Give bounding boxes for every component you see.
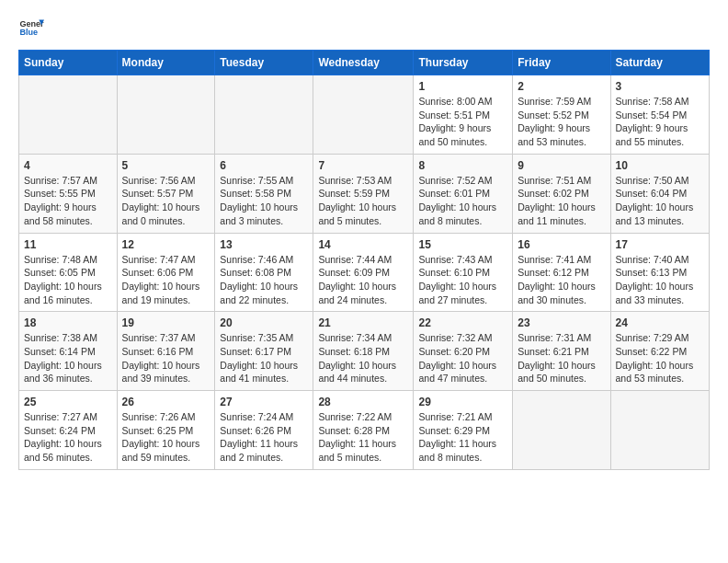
day-number: 16: [518, 238, 605, 251]
week-row-1: 1Sunrise: 8:00 AM Sunset: 5:51 PM Daylig…: [19, 75, 710, 155]
calendar-cell: [215, 75, 313, 155]
day-info: Sunrise: 7:27 AM Sunset: 6:24 PM Dayligh…: [24, 410, 112, 465]
day-info: Sunrise: 7:26 AM Sunset: 6:25 PM Dayligh…: [122, 410, 210, 465]
day-header-tuesday: Tuesday: [215, 51, 313, 75]
day-info: Sunrise: 7:37 AM Sunset: 6:16 PM Dayligh…: [122, 331, 210, 385]
day-number: 13: [220, 238, 308, 251]
logo: General Blue: [18, 15, 44, 40]
day-number: 22: [418, 316, 507, 329]
calendar-cell: 26Sunrise: 7:26 AM Sunset: 6:25 PM Dayli…: [117, 391, 215, 470]
day-number: 27: [220, 396, 308, 408]
calendar-cell: 28Sunrise: 7:22 AM Sunset: 6:28 PM Dayli…: [313, 391, 414, 470]
calendar-cell: 11Sunrise: 7:48 AM Sunset: 6:05 PM Dayli…: [19, 233, 118, 312]
day-number: 17: [616, 238, 705, 251]
calendar-cell: [117, 75, 215, 155]
logo-icon: General Blue: [18, 15, 44, 40]
day-number: 19: [122, 316, 210, 329]
day-header-thursday: Thursday: [414, 51, 513, 75]
day-number: 9: [518, 159, 605, 172]
calendar-cell: 2Sunrise: 7:59 AM Sunset: 5:52 PM Daylig…: [513, 75, 610, 155]
day-info: Sunrise: 7:52 AM Sunset: 6:01 PM Dayligh…: [418, 174, 507, 228]
day-number: 23: [518, 316, 605, 329]
day-info: Sunrise: 7:56 AM Sunset: 5:57 PM Dayligh…: [122, 174, 210, 228]
day-header-saturday: Saturday: [610, 51, 710, 75]
calendar-cell: 12Sunrise: 7:47 AM Sunset: 6:06 PM Dayli…: [117, 233, 215, 312]
calendar-cell: 22Sunrise: 7:32 AM Sunset: 6:20 PM Dayli…: [414, 312, 513, 391]
calendar-cell: 10Sunrise: 7:50 AM Sunset: 6:04 PM Dayli…: [610, 154, 710, 233]
calendar-body: 1Sunrise: 8:00 AM Sunset: 5:51 PM Daylig…: [19, 75, 710, 470]
day-number: 21: [318, 316, 408, 329]
day-info: Sunrise: 7:55 AM Sunset: 5:58 PM Dayligh…: [220, 174, 308, 228]
day-number: 6: [220, 159, 308, 172]
day-info: Sunrise: 7:21 AM Sunset: 6:29 PM Dayligh…: [418, 410, 507, 465]
day-info: Sunrise: 7:41 AM Sunset: 6:12 PM Dayligh…: [518, 253, 605, 307]
day-number: 29: [418, 396, 507, 408]
calendar-cell: 19Sunrise: 7:37 AM Sunset: 6:16 PM Dayli…: [117, 312, 215, 391]
calendar-cell: 13Sunrise: 7:46 AM Sunset: 6:08 PM Dayli…: [215, 233, 313, 312]
calendar-cell: 6Sunrise: 7:55 AM Sunset: 5:58 PM Daylig…: [215, 154, 313, 233]
day-info: Sunrise: 7:32 AM Sunset: 6:20 PM Dayligh…: [418, 331, 507, 385]
day-header-friday: Friday: [513, 51, 610, 75]
day-info: Sunrise: 7:48 AM Sunset: 6:05 PM Dayligh…: [24, 253, 112, 307]
calendar-cell: 27Sunrise: 7:24 AM Sunset: 6:26 PM Dayli…: [215, 391, 313, 470]
day-header-wednesday: Wednesday: [313, 51, 414, 75]
calendar-cell: [610, 391, 710, 470]
calendar-cell: 24Sunrise: 7:29 AM Sunset: 6:22 PM Dayli…: [610, 312, 710, 391]
day-info: Sunrise: 7:53 AM Sunset: 5:59 PM Dayligh…: [318, 174, 408, 228]
calendar-cell: [313, 75, 414, 155]
day-number: 4: [24, 159, 112, 172]
day-number: 12: [122, 238, 210, 251]
day-number: 5: [122, 159, 210, 172]
day-info: Sunrise: 7:58 AM Sunset: 5:54 PM Dayligh…: [616, 95, 705, 149]
calendar-cell: 4Sunrise: 7:57 AM Sunset: 5:55 PM Daylig…: [19, 154, 118, 233]
day-info: Sunrise: 7:24 AM Sunset: 6:26 PM Dayligh…: [220, 410, 308, 465]
day-number: 14: [318, 238, 408, 251]
calendar-cell: 7Sunrise: 7:53 AM Sunset: 5:59 PM Daylig…: [313, 154, 414, 233]
calendar-cell: 23Sunrise: 7:31 AM Sunset: 6:21 PM Dayli…: [513, 312, 610, 391]
calendar-cell: 20Sunrise: 7:35 AM Sunset: 6:17 PM Dayli…: [215, 312, 313, 391]
day-info: Sunrise: 7:34 AM Sunset: 6:18 PM Dayligh…: [318, 331, 408, 385]
page-header: General Blue: [18, 15, 710, 40]
calendar-cell: 18Sunrise: 7:38 AM Sunset: 6:14 PM Dayli…: [19, 312, 118, 391]
day-number: 8: [418, 159, 507, 172]
svg-text:Blue: Blue: [19, 28, 38, 37]
day-info: Sunrise: 7:31 AM Sunset: 6:21 PM Dayligh…: [518, 331, 605, 385]
calendar-cell: [19, 75, 118, 155]
day-number: 1: [418, 80, 507, 93]
day-info: Sunrise: 7:57 AM Sunset: 5:55 PM Dayligh…: [24, 174, 112, 228]
day-number: 26: [122, 396, 210, 408]
calendar-cell: 14Sunrise: 7:44 AM Sunset: 6:09 PM Dayli…: [313, 233, 414, 312]
calendar-header-row: SundayMondayTuesdayWednesdayThursdayFrid…: [19, 51, 710, 75]
day-info: Sunrise: 7:59 AM Sunset: 5:52 PM Dayligh…: [518, 95, 605, 149]
day-info: Sunrise: 7:47 AM Sunset: 6:06 PM Dayligh…: [122, 253, 210, 307]
week-row-5: 25Sunrise: 7:27 AM Sunset: 6:24 PM Dayli…: [19, 391, 710, 470]
day-number: 3: [616, 80, 705, 93]
day-info: Sunrise: 7:35 AM Sunset: 6:17 PM Dayligh…: [220, 331, 308, 385]
day-number: 28: [318, 396, 408, 408]
calendar-cell: 8Sunrise: 7:52 AM Sunset: 6:01 PM Daylig…: [414, 154, 513, 233]
day-info: Sunrise: 7:38 AM Sunset: 6:14 PM Dayligh…: [24, 331, 112, 385]
calendar-cell: 3Sunrise: 7:58 AM Sunset: 5:54 PM Daylig…: [610, 75, 710, 155]
day-number: 18: [24, 316, 112, 329]
calendar-cell: 9Sunrise: 7:51 AM Sunset: 6:02 PM Daylig…: [513, 154, 610, 233]
day-info: Sunrise: 7:51 AM Sunset: 6:02 PM Dayligh…: [518, 174, 605, 228]
day-info: Sunrise: 7:29 AM Sunset: 6:22 PM Dayligh…: [616, 331, 705, 385]
day-number: 2: [518, 80, 605, 93]
day-info: Sunrise: 7:22 AM Sunset: 6:28 PM Dayligh…: [318, 410, 408, 465]
day-header-sunday: Sunday: [19, 51, 118, 75]
calendar-cell: 25Sunrise: 7:27 AM Sunset: 6:24 PM Dayli…: [19, 391, 118, 470]
day-info: Sunrise: 8:00 AM Sunset: 5:51 PM Dayligh…: [418, 95, 507, 149]
calendar-cell: 29Sunrise: 7:21 AM Sunset: 6:29 PM Dayli…: [414, 391, 513, 470]
calendar-table: SundayMondayTuesdayWednesdayThursdayFrid…: [18, 50, 710, 470]
day-info: Sunrise: 7:50 AM Sunset: 6:04 PM Dayligh…: [616, 174, 705, 228]
day-number: 7: [318, 159, 408, 172]
day-number: 11: [24, 238, 112, 251]
day-number: 24: [616, 316, 705, 329]
day-number: 25: [24, 396, 112, 408]
calendar-cell: 17Sunrise: 7:40 AM Sunset: 6:13 PM Dayli…: [610, 233, 710, 312]
calendar-cell: 15Sunrise: 7:43 AM Sunset: 6:10 PM Dayli…: [414, 233, 513, 312]
calendar-cell: [513, 391, 610, 470]
week-row-4: 18Sunrise: 7:38 AM Sunset: 6:14 PM Dayli…: [19, 312, 710, 391]
day-number: 20: [220, 316, 308, 329]
day-info: Sunrise: 7:40 AM Sunset: 6:13 PM Dayligh…: [616, 253, 705, 307]
